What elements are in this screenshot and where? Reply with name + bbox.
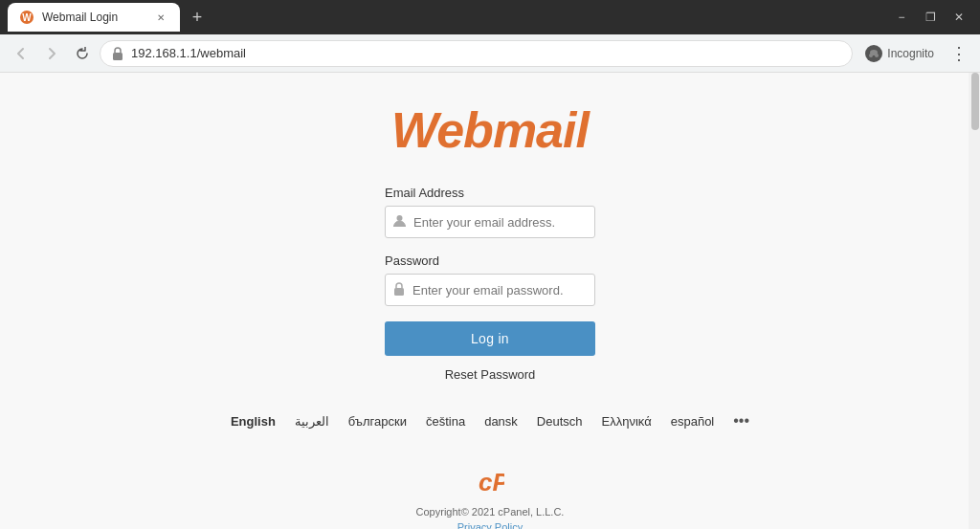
minimize-button[interactable]: −: [888, 4, 915, 31]
url-text: 192.168.1.1/webmail: [131, 46, 842, 60]
tab-close-button[interactable]: ✕: [153, 10, 168, 25]
lang-german[interactable]: Deutsch: [537, 414, 583, 429]
email-label: Email Address: [385, 186, 595, 200]
lang-spanish[interactable]: español: [671, 414, 715, 429]
lang-greek[interactable]: Ελληνικά: [602, 414, 652, 429]
svg-point-5: [869, 54, 873, 57]
user-icon: [393, 214, 406, 231]
lang-arabic[interactable]: العربية: [295, 414, 329, 429]
privacy-policy-link[interactable]: Privacy Policy: [457, 521, 523, 529]
svg-point-6: [875, 54, 879, 57]
email-form-group: Email Address: [385, 186, 595, 238]
incognito-label: Incognito: [887, 47, 934, 60]
copyright-text: Copyright© 2021 cPanel, L.L.C.: [416, 506, 565, 518]
tab-bar: W Webmail Login ✕ + − ❐ ✕: [0, 0, 980, 34]
window-controls: − ❐ ✕: [888, 4, 972, 31]
incognito-area: Incognito: [857, 44, 942, 63]
forward-button[interactable]: [38, 40, 65, 67]
lang-czech[interactable]: čeština: [426, 414, 465, 429]
login-container: Webmail Email Address Password: [203, 101, 777, 529]
back-button[interactable]: [8, 40, 34, 67]
lang-bulgarian[interactable]: български: [348, 414, 407, 429]
lock-icon: [393, 282, 405, 298]
browser-menu-button[interactable]: ⋮: [946, 40, 972, 67]
scrollbar-thumb[interactable]: [971, 73, 979, 130]
lang-danish[interactable]: dansk: [484, 414, 518, 429]
close-button[interactable]: ✕: [946, 4, 972, 31]
webmail-logo: Webmail: [391, 101, 589, 159]
lang-english[interactable]: English: [231, 414, 276, 429]
security-icon: [110, 46, 125, 61]
svg-rect-8: [394, 288, 404, 296]
svg-text:W: W: [22, 12, 32, 23]
login-button[interactable]: Log in: [385, 321, 595, 356]
refresh-button[interactable]: [69, 40, 96, 67]
svg-rect-2: [113, 53, 122, 60]
page-content: Webmail Email Address Password: [0, 73, 980, 529]
language-more-button[interactable]: •••: [733, 412, 749, 430]
scrollbar-track[interactable]: [969, 73, 980, 529]
browser-toolbar: 192.168.1.1/webmail Incognito ⋮: [0, 34, 980, 73]
browser-chrome: W Webmail Login ✕ + − ❐ ✕ 192.168.1.1/we: [0, 0, 980, 73]
active-tab[interactable]: W Webmail Login ✕: [8, 3, 180, 32]
incognito-icon: [864, 44, 883, 63]
email-input-wrapper: [385, 206, 595, 238]
svg-point-7: [397, 215, 403, 221]
new-tab-button[interactable]: +: [184, 4, 211, 31]
password-label: Password: [385, 253, 595, 268]
restore-button[interactable]: ❐: [917, 4, 944, 31]
cpanel-logo: cP: [476, 468, 504, 502]
address-bar[interactable]: 192.168.1.1/webmail: [100, 40, 853, 67]
password-input-wrapper: [385, 274, 595, 306]
footer: cP Copyright© 2021 cPanel, L.L.C. Privac…: [416, 468, 565, 529]
svg-text:cP: cP: [479, 468, 504, 496]
language-bar: English العربية български čeština dansk …: [231, 412, 749, 430]
tab-favicon: W: [19, 10, 34, 25]
tab-title: Webmail Login: [42, 11, 145, 24]
password-input[interactable]: [412, 283, 587, 298]
password-form-group: Password: [385, 253, 595, 306]
email-input[interactable]: [413, 215, 587, 230]
reset-password-link[interactable]: Reset Password: [445, 367, 536, 382]
